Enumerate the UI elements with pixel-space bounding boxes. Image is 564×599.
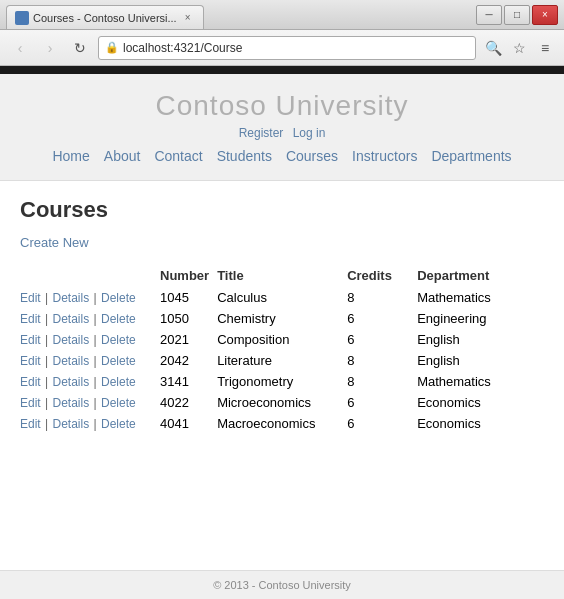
auth-links: Register Log in [0, 126, 564, 140]
course-credits: 8 [347, 287, 417, 308]
main-content: Courses Create New Number Title Credits … [0, 181, 564, 570]
course-department: Economics [417, 392, 544, 413]
browser-tab[interactable]: Courses - Contoso Universi... × [6, 5, 204, 29]
header-number: Number [160, 264, 217, 287]
close-window-button[interactable]: × [532, 5, 558, 25]
site-header: Contoso University Register Log in Home … [0, 74, 564, 181]
register-link[interactable]: Register [239, 126, 284, 140]
details-link[interactable]: Details [52, 417, 89, 431]
nav-courses[interactable]: Courses [280, 146, 344, 166]
details-link[interactable]: Details [52, 354, 89, 368]
menu-icon[interactable]: ≡ [534, 37, 556, 59]
nav-home[interactable]: Home [46, 146, 95, 166]
login-link[interactable]: Log in [293, 126, 326, 140]
edit-link[interactable]: Edit [20, 333, 41, 347]
delete-link[interactable]: Delete [101, 312, 136, 326]
title-bar: Courses - Contoso Universi... × ─ □ × [0, 0, 564, 30]
nav-about[interactable]: About [98, 146, 147, 166]
row-actions: Edit | Details | Delete [20, 329, 160, 350]
tab-area: Courses - Contoso Universi... × [6, 0, 476, 29]
course-number: 4041 [160, 413, 217, 434]
delete-link[interactable]: Delete [101, 333, 136, 347]
create-new-link[interactable]: Create New [20, 235, 89, 250]
details-link[interactable]: Details [52, 375, 89, 389]
address-bar-right: 🔍 ☆ ≡ [482, 37, 556, 59]
details-link[interactable]: Details [52, 312, 89, 326]
edit-link[interactable]: Edit [20, 312, 41, 326]
forward-button[interactable]: › [38, 36, 62, 60]
url-lock-icon: 🔒 [105, 41, 119, 54]
footer-text: © 2013 - Contoso University [213, 579, 351, 591]
header-title: Title [217, 264, 347, 287]
table-row: Edit | Details | Delete1050Chemistry6Eng… [20, 308, 544, 329]
course-title: Trigonometry [217, 371, 347, 392]
refresh-button[interactable]: ↻ [68, 36, 92, 60]
maximize-button[interactable]: □ [504, 5, 530, 25]
course-title: Calculus [217, 287, 347, 308]
tab-close-button[interactable]: × [181, 11, 195, 25]
nav-departments[interactable]: Departments [425, 146, 517, 166]
table-row: Edit | Details | Delete4022Microeconomic… [20, 392, 544, 413]
row-actions: Edit | Details | Delete [20, 350, 160, 371]
main-nav: Home About Contact Students Courses Inst… [0, 140, 564, 172]
delete-link[interactable]: Delete [101, 396, 136, 410]
course-credits: 8 [347, 371, 417, 392]
table-header-row: Number Title Credits Department [20, 264, 544, 287]
minimize-button[interactable]: ─ [476, 5, 502, 25]
course-title: Macroeconomics [217, 413, 347, 434]
edit-link[interactable]: Edit [20, 375, 41, 389]
separator: | [42, 375, 52, 389]
separator: | [42, 396, 52, 410]
edit-link[interactable]: Edit [20, 354, 41, 368]
table-row: Edit | Details | Delete2021Composition6E… [20, 329, 544, 350]
course-credits: 6 [347, 308, 417, 329]
nav-contact[interactable]: Contact [148, 146, 208, 166]
course-title: Composition [217, 329, 347, 350]
delete-link[interactable]: Delete [101, 354, 136, 368]
separator: | [90, 312, 100, 326]
delete-link[interactable]: Delete [101, 417, 136, 431]
details-link[interactable]: Details [52, 333, 89, 347]
row-actions: Edit | Details | Delete [20, 413, 160, 434]
back-button[interactable]: ‹ [8, 36, 32, 60]
header-credits: Credits [347, 264, 417, 287]
course-department: Engineering [417, 308, 544, 329]
header-actions [20, 264, 160, 287]
table-row: Edit | Details | Delete4041Macroeconomic… [20, 413, 544, 434]
separator: | [42, 312, 52, 326]
course-title: Microeconomics [217, 392, 347, 413]
courses-table: Number Title Credits Department Edit | D… [20, 264, 544, 434]
course-department: English [417, 329, 544, 350]
header-department: Department [417, 264, 544, 287]
course-title: Chemistry [217, 308, 347, 329]
course-number: 1050 [160, 308, 217, 329]
window-controls: ─ □ × [476, 5, 558, 25]
table-row: Edit | Details | Delete3141Trigonometry8… [20, 371, 544, 392]
url-bar[interactable]: 🔒 localhost:4321/Course [98, 36, 476, 60]
delete-link[interactable]: Delete [101, 291, 136, 305]
nav-students[interactable]: Students [211, 146, 278, 166]
table-row: Edit | Details | Delete1045Calculus8Math… [20, 287, 544, 308]
course-department: Economics [417, 413, 544, 434]
course-credits: 6 [347, 413, 417, 434]
search-icon[interactable]: 🔍 [482, 37, 504, 59]
toolbar-separator [0, 66, 564, 74]
nav-instructors[interactable]: Instructors [346, 146, 423, 166]
separator: | [90, 417, 100, 431]
row-actions: Edit | Details | Delete [20, 287, 160, 308]
edit-link[interactable]: Edit [20, 291, 41, 305]
course-department: Mathematics [417, 287, 544, 308]
address-bar: ‹ › ↻ 🔒 localhost:4321/Course 🔍 ☆ ≡ [0, 30, 564, 66]
course-department: Mathematics [417, 371, 544, 392]
separator: | [90, 333, 100, 347]
course-number: 3141 [160, 371, 217, 392]
edit-link[interactable]: Edit [20, 396, 41, 410]
tab-favicon [15, 11, 29, 25]
edit-link[interactable]: Edit [20, 417, 41, 431]
delete-link[interactable]: Delete [101, 375, 136, 389]
course-title: Literature [217, 350, 347, 371]
bookmark-icon[interactable]: ☆ [508, 37, 530, 59]
details-link[interactable]: Details [52, 396, 89, 410]
details-link[interactable]: Details [52, 291, 89, 305]
tab-title: Courses - Contoso Universi... [33, 12, 177, 24]
